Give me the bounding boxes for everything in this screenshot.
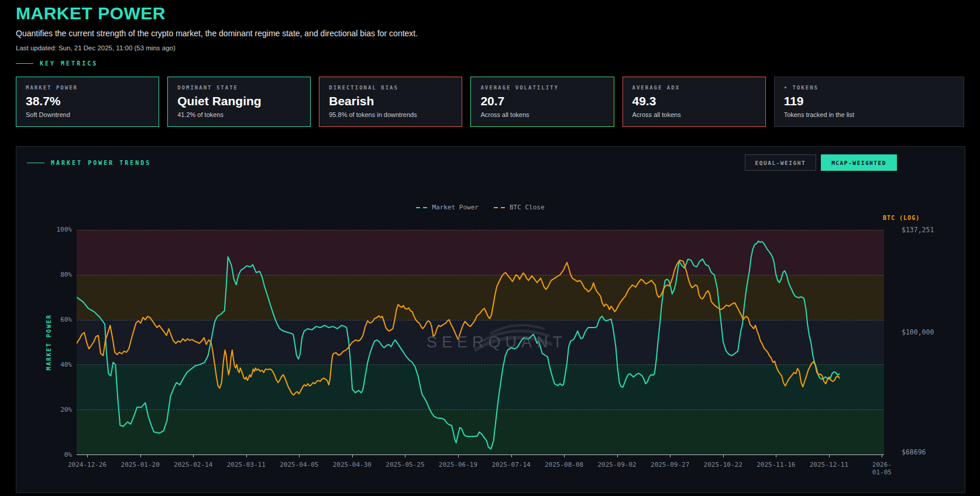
metric-card-tokens: • TOKENS119Tokens tracked in the list	[774, 77, 964, 127]
metric-sub: Across all tokens	[632, 111, 756, 118]
page-title: MARKET POWER	[16, 4, 418, 23]
x-tick-2025-04-05: 2025-04-05	[280, 461, 318, 469]
metric-value: 38.7%	[26, 94, 149, 108]
x-tick-2025-04-30: 2025-04-30	[333, 461, 372, 469]
x-tick-mark	[87, 455, 88, 457]
x-tick-2025-07-14: 2025-07-14	[491, 461, 530, 469]
y-tick-0: 0%	[64, 451, 72, 459]
button-equal-weight[interactable]: EQUAL-WEIGHT	[745, 154, 817, 171]
metric-card-dominant-state: DOMINANT STATEQuiet Ranging41.2% of toke…	[167, 77, 311, 127]
series-lines	[77, 230, 884, 454]
x-tick-2025-06-19: 2025-06-19	[439, 461, 477, 469]
button-mcap-weighted[interactable]: MCAP-WEIGHTED	[821, 154, 897, 171]
legend-item-market-power[interactable]: Market Power	[416, 204, 478, 211]
x-tick-2025-12-11: 2025-12-11	[810, 461, 848, 469]
x-tick-mark	[299, 455, 300, 457]
x-tick-mark	[458, 455, 459, 457]
x-tick-2025-01-20: 2025-01-20	[121, 461, 160, 469]
right-axis-tick-labels: $137,251$100,000$68696	[902, 230, 972, 455]
metric-label: DOMINANT STATE	[177, 85, 301, 91]
metric-sub: Soft Downtrend	[26, 111, 149, 118]
x-tick-2025-02-14: 2025-02-14	[174, 461, 212, 469]
metric-label: • TOKENS	[784, 85, 954, 91]
left-axis-tick-labels: 100%80%60%40%20%0%	[16, 230, 72, 455]
metric-card-average-volatility: AVERAGE VOLATILITY20.7Across all tokens	[470, 77, 614, 127]
btc-price-label-68696: $68696	[902, 448, 926, 456]
legend-label: Market Power	[432, 204, 478, 211]
x-tick-2025-11-16: 2025-11-16	[757, 461, 795, 469]
metric-card-market-power: MARKET POWER38.7%Soft Downtrend	[16, 77, 159, 127]
market-power-trends-card: MARKET POWER TRENDS EQUAL-WEIGHTMCAP-WEI…	[16, 146, 965, 493]
x-tick-2025-03-11: 2025-03-11	[227, 461, 266, 469]
x-tick-mark	[405, 455, 405, 457]
x-tick-2024-12-26: 2024-12-26	[68, 461, 106, 469]
y-tick-100: 100%	[57, 226, 73, 233]
metric-value: Bearish	[329, 94, 452, 108]
y-tick-20: 20%	[60, 406, 72, 414]
metric-label: MARKET POWER	[26, 85, 149, 91]
key-metric-cards: MARKET POWER38.7%Soft DowntrendDOMINANT …	[16, 77, 964, 127]
metric-card-average-adx: AVERAGE ADX49.3Across all tokens	[623, 77, 766, 127]
x-axis-tick-labels: 2024-12-262025-01-202025-02-142025-03-11…	[77, 461, 884, 470]
metric-sub: Across all tokens	[480, 111, 604, 118]
metric-value: 20.7	[480, 94, 604, 108]
metric-sub: Tokens tracked in the list	[784, 111, 954, 118]
x-tick-mark	[246, 455, 247, 457]
x-tick-2025-09-02: 2025-09-02	[597, 461, 636, 469]
x-tick-mark	[511, 455, 512, 457]
series-line-btc-close	[77, 260, 840, 395]
x-tick-2025-10-22: 2025-10-22	[704, 461, 742, 469]
btc-price-label-100-000: $100,000	[902, 328, 934, 336]
section-rule	[27, 163, 44, 163]
legend-label: BTC Close	[510, 204, 545, 211]
legend-dash-icon	[494, 207, 506, 208]
trends-label-text: MARKET POWER TRENDS	[51, 160, 151, 166]
x-tick-2025-09-27: 2025-09-27	[651, 461, 689, 469]
metric-sub: 95.8% of tokens in downtrends	[329, 111, 452, 118]
x-tick-mark	[829, 455, 830, 457]
metric-sub: 41.2% of tokens	[177, 111, 301, 118]
x-tick-2026-01-05: 2026-01-05	[872, 461, 892, 476]
metric-value: 119	[784, 94, 954, 108]
series-line-market-power	[77, 241, 840, 449]
x-tick-mark	[882, 455, 882, 457]
chart-legend: Market PowerBTC Close	[77, 204, 884, 211]
metric-label: AVERAGE VOLATILITY	[480, 85, 604, 91]
x-tick-2025-08-08: 2025-08-08	[545, 461, 583, 469]
metric-label: AVERAGE ADX	[632, 85, 756, 91]
x-tick-mark	[352, 455, 353, 457]
right-axis-title: BTC (LOG)	[883, 215, 920, 221]
x-tick-mark	[564, 455, 565, 457]
x-tick-mark	[776, 455, 776, 457]
weighting-toggle: EQUAL-WEIGHTMCAP-WEIGHTED	[745, 154, 898, 171]
x-tick-2025-05-25: 2025-05-25	[386, 461, 424, 469]
page-subtitle: Quantifies the current strength of the c…	[16, 29, 418, 38]
x-tick-mark	[670, 455, 670, 457]
legend-item-btc-close[interactable]: BTC Close	[494, 204, 545, 211]
key-metrics-label-text: KEY METRICS	[40, 60, 98, 67]
trends-section-label: MARKET POWER TRENDS	[27, 160, 151, 166]
y-tick-60: 60%	[60, 316, 72, 323]
x-tick-mark	[193, 455, 194, 457]
section-rule	[16, 63, 33, 64]
metric-value: Quiet Ranging	[177, 94, 301, 108]
y-tick-80: 80%	[60, 271, 72, 278]
last-updated: Last updated: Sun, 21 Dec 2025, 11:00 (5…	[16, 44, 418, 51]
y-tick-40: 40%	[60, 361, 72, 368]
page-header: MARKET POWER Quantifies the current stre…	[16, 4, 418, 51]
x-tick-mark	[140, 455, 141, 457]
metric-label: DIRECTIONAL BIAS	[329, 85, 452, 91]
x-tick-mark	[617, 455, 618, 457]
x-tick-mark	[723, 455, 724, 457]
chart-plot-area[interactable]	[77, 230, 884, 455]
key-metrics-section-label: KEY METRICS	[16, 60, 98, 67]
btc-price-label-137-251: $137,251	[902, 226, 934, 234]
legend-dash-icon	[416, 207, 428, 208]
metric-value: 49.3	[632, 94, 756, 108]
metric-card-directional-bias: DIRECTIONAL BIASBearish95.8% of tokens i…	[319, 77, 462, 127]
